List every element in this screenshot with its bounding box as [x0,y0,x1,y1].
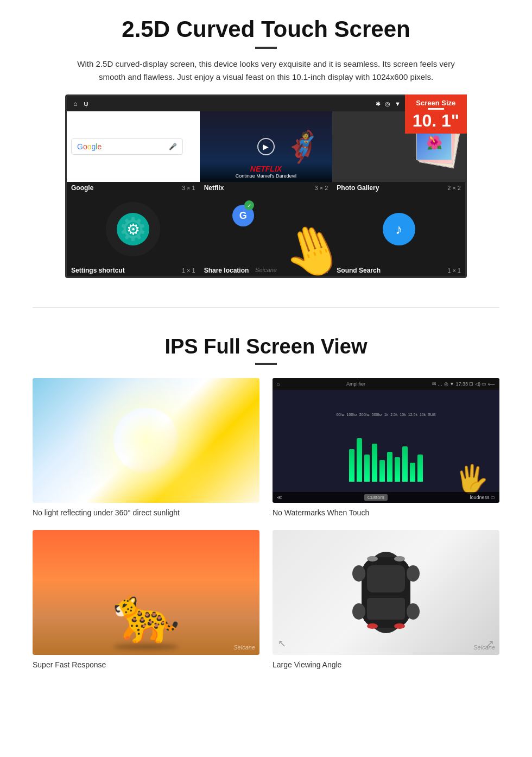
car-caption: Large Viewing Angle [273,660,499,669]
car-top-svg [332,538,440,647]
sunlight-glow [113,408,179,473]
app-grid-row2: ⚙ ⚙ Settings shortcut 1 × 1 [67,194,465,276]
eq-prev: ≪ [277,495,282,500]
bluetooth-icon: ✱ [376,100,381,108]
svg-point-8 [352,565,365,582]
eq-bar-2 [357,438,362,482]
music-icon: ♪ [383,213,415,245]
wifi-icon: ▼ [395,100,401,107]
netflix-label-row: Netflix 3 × 2 [200,182,333,194]
cheetah-figure: 🐆 [112,583,180,647]
photos-label: Photo Gallery [337,184,379,192]
svg-point-9 [407,565,420,582]
netflix-overlay: NETFLIX Continue Marvel's Daredevil [200,161,333,182]
share-bg: G ✓ 🤚 [200,194,333,264]
eq-bar-6 [387,452,392,482]
settings-bg-icon: ⚙ [118,210,148,248]
photos-label-row: Photo Gallery 2 × 2 [332,182,465,194]
home-icon: ⌂ [73,100,77,108]
equalizer-image: ⌂ Amplifier ✉ … ◎ ▼ 17:33 ⊡ ◁) ▭ ⟵ 60hz1… [273,378,499,503]
eq-preset: Custom [364,494,388,501]
settings-size: 1 × 1 [182,267,195,274]
google-cell-content: Google 🎤 [67,111,200,182]
sunlight-bg [33,378,259,503]
eq-loudness: loudness ⬭ [470,495,495,501]
settings-label-row: Settings shortcut 1 × 1 [67,264,200,276]
eq-bar-1 [349,449,354,482]
netflix-subtitle: Continue Marvel's Daredevil [204,173,328,179]
status-left: ⌂ ψ [73,100,88,108]
car-bg: ↗ ↖ Seicane [273,530,499,655]
svg-point-4 [367,556,378,562]
netflix-label: Netflix [204,184,224,192]
cheetah-bg: 🐆 Seicane [33,530,259,655]
google-search-bg: Google 🎤 [67,111,200,182]
eq-controls: ≪ Custom loudness ⬭ [273,492,499,503]
feature-car: ↗ ↖ Seicane Large Viewing Angle [273,530,499,669]
svg-rect-3 [367,598,405,620]
app-cell-sound[interactable]: ♪ Sound Search 1 × 1 [332,194,465,276]
sunlight-caption: No light reflecting under 360° direct su… [33,508,259,517]
cheetah-caption: Super Fast Response [33,660,259,669]
app-cell-share[interactable]: G ✓ 🤚 Share location 1 × 1 [200,194,333,276]
google-label-row: Google 3 × 1 [67,182,200,194]
netflix-play-area: ▶ [257,138,275,155]
google-label: Google [71,184,93,192]
feature-sunlight: No light reflecting under 360° direct su… [33,378,259,517]
photos-size: 2 × 2 [447,185,461,191]
usb-icon: ψ [84,100,88,108]
eq-bar-3 [364,455,370,482]
netflix-cell-content: 🦸 ▶ NETFLIX Continue Marvel's Daredevil [200,111,333,182]
view-angle-left: ↖ [278,638,286,649]
netflix-bg: 🦸 ▶ NETFLIX Continue Marvel's Daredevil [200,111,333,182]
feature-cheetah: 🐆 Seicane Super Fast Response [33,530,259,669]
eq-bar-8 [402,446,408,482]
sound-label-row: Sound Search 1 × 1 [332,264,465,276]
equalizer-caption: No Watermarks When Touch [273,508,499,517]
badge-size: 10. 1" [413,111,459,130]
screen-wrapper: Screen Size 10. 1" ⌂ ψ ✱ ◎ ▼ 15:06 ⊡ ◁) [33,94,499,278]
eq-bar-4 [372,444,377,482]
cheetah-image: 🐆 Seicane [33,530,259,655]
eq-bar-9 [410,463,415,482]
daredevil-figure: 🦸 [284,129,321,165]
google-size: 3 × 1 [182,185,195,191]
svg-point-7 [394,623,405,629]
netflix-size: 3 × 2 [315,185,328,191]
badge-title: Screen Size [413,99,459,107]
equalizer-bg: ⌂ Amplifier ✉ … ◎ ▼ 17:33 ⊡ ◁) ▭ ⟵ 60hz1… [273,378,499,503]
svg-rect-2 [367,565,405,592]
play-button[interactable]: ▶ [257,138,275,155]
settings-label: Settings shortcut [71,267,125,274]
eq-bar-5 [379,460,385,482]
app-cell-google[interactable]: Google 🎤 Google 3 × 1 [67,111,200,194]
section1-title: 2.5D Curved Touch Screen [33,16,499,42]
svg-point-11 [407,603,420,620]
badge-line [428,108,444,110]
mic-icon: 🎤 [169,143,177,150]
settings-cell-content: ⚙ ⚙ [67,194,200,264]
svg-point-10 [352,603,365,620]
feature-equalizer: ⌂ Amplifier ✉ … ◎ ▼ 17:33 ⊡ ◁) ▭ ⟵ 60hz1… [273,378,499,517]
share-scene: G ✓ 🤚 [200,194,333,264]
eq-topbar: ⌂ Amplifier ✉ … ◎ ▼ 17:33 ⊡ ◁) ▭ ⟵ [273,378,499,390]
eq-title: Amplifier [346,381,365,387]
settings-bg: ⚙ ⚙ [67,194,200,264]
share-label: Share location [204,267,249,274]
section2-title-underline [255,363,277,365]
share-cell-content: G ✓ 🤚 [200,194,333,264]
sound-cell-content: ♪ [332,194,465,264]
sound-bg: ♪ [332,194,465,264]
svg-point-5 [394,556,405,562]
section1-title-underline [255,47,277,49]
app-cell-netflix[interactable]: 🦸 ▶ NETFLIX Continue Marvel's Daredevil [200,111,333,194]
maps-check: ✓ [244,200,254,210]
sound-size: 1 × 1 [447,267,461,274]
eq-freq-labels: 60hz100hz200hz500hz1k2.5k10k12.5k15kSUB [332,413,440,417]
screen-size-badge: Screen Size 10. 1" [405,94,467,134]
car-watermark: Seicane [473,644,495,651]
google-search-bar[interactable]: Google 🎤 [71,138,183,155]
section-divider [33,307,499,308]
sunlight-image [33,378,259,503]
app-cell-settings[interactable]: ⚙ ⚙ Settings shortcut 1 × 1 [67,194,200,276]
